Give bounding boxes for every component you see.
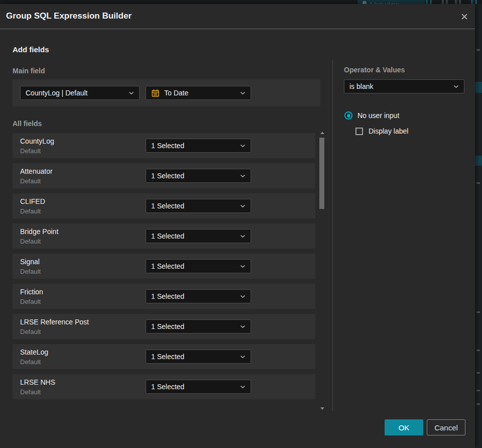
selected-value: 1 Selected [151, 172, 236, 180]
chevron-down-icon [240, 235, 246, 238]
panel-divider [332, 60, 333, 411]
close-button[interactable]: ✕ [457, 9, 472, 24]
field-row-lrse-reference-post: LRSE Reference Post Default 1 Selected [13, 314, 315, 339]
dialog-title-bar: Group SQL Expression Builder ✕ [0, 4, 475, 29]
field-selected-dropdown[interactable]: 1 Selected [146, 380, 251, 394]
backdrop-toolbar-icon [430, 0, 432, 4]
chevron-down-icon [240, 265, 246, 268]
selected-value: 1 Selected [151, 292, 236, 300]
operator-values-label: Operator & Values [344, 66, 405, 74]
all-fields-scrollbar[interactable] [319, 131, 325, 411]
live-view-button[interactable]: Live view [357, 0, 425, 4]
field-subtitle: Default [20, 388, 41, 396]
chevron-down-icon [240, 325, 246, 328]
chevron-down-icon [240, 385, 246, 389]
backdrop-toolbar-icon [471, 0, 473, 4]
backdrop-right-strip [475, 4, 482, 448]
chevron-down-icon [240, 144, 246, 148]
field-selected-dropdown[interactable]: 1 Selected [146, 350, 251, 364]
main-date-select-value: To Date [164, 89, 236, 97]
field-selected-dropdown[interactable]: 1 Selected [146, 139, 251, 153]
cancel-button[interactable]: Cancel [427, 419, 465, 435]
field-row-signal: Signal Default 1 Selected [13, 254, 315, 279]
chevron-down-icon [129, 91, 134, 95]
main-field-label: Main field [13, 67, 45, 75]
chevron-down-icon [240, 174, 246, 178]
field-name: CountyLog [20, 137, 54, 145]
backdrop-top-strip: Live view [0, 0, 482, 4]
screen: Live view Group SQL Expression Builder ✕ [0, 0, 482, 448]
field-selected-dropdown[interactable]: 1 Selected [146, 229, 251, 243]
selected-value: 1 Selected [151, 202, 236, 210]
field-subtitle: Default [20, 268, 41, 275]
backdrop-fragment [476, 372, 480, 374]
backdrop-toolbar-icon [426, 0, 428, 4]
field-name: Friction [20, 288, 43, 296]
selected-value: 1 Selected [151, 383, 236, 391]
chevron-down-icon [240, 91, 246, 95]
field-subtitle: Default [20, 298, 41, 305]
chevron-down-icon [240, 295, 246, 298]
operator-select[interactable]: is blank [344, 79, 464, 93]
backdrop-toolbar-icon [455, 0, 457, 4]
field-subtitle: Default [20, 207, 41, 215]
main-field-select[interactable]: CountyLog | Default [20, 86, 140, 100]
field-row-attenuator: Attenuator Default 1 Selected [13, 163, 315, 188]
field-subtitle: Default [20, 238, 41, 245]
field-name: Bridge Point [20, 228, 58, 236]
operator-select-value: is blank [349, 82, 449, 90]
backdrop-toolbar-icon [475, 0, 477, 4]
field-row-statelog: StateLog Default 1 Selected [13, 344, 315, 369]
backdrop-toolbar-icon [446, 0, 448, 4]
main-field-row: CountyLog | Default To Date [13, 79, 320, 106]
backdrop-fragment [475, 82, 482, 93]
title-divider [0, 29, 475, 29]
backdrop-fragment [475, 156, 482, 166]
backdrop-toolbar-icon [442, 0, 444, 4]
backdrop-fragment [476, 311, 480, 313]
field-name: Signal [20, 258, 40, 266]
ok-button[interactable]: OK [385, 419, 423, 435]
field-selected-dropdown[interactable]: 1 Selected [146, 199, 251, 213]
field-row-bridge-point: Bridge Point Default 1 Selected [13, 223, 315, 249]
field-row-countylog: CountyLog Default 1 Selected [13, 133, 315, 158]
all-fields-label: All fields [13, 120, 42, 128]
field-selected-dropdown[interactable]: 1 Selected [146, 169, 251, 183]
add-fields-heading: Add fields [13, 45, 49, 54]
field-name: CLIFED [20, 197, 45, 205]
selected-value: 1 Selected [151, 322, 236, 330]
selected-value: 1 Selected [151, 262, 236, 270]
field-subtitle: Default [20, 177, 41, 185]
main-date-select[interactable]: To Date [146, 86, 251, 100]
backdrop-fragment [476, 49, 480, 51]
close-icon: ✕ [460, 11, 468, 23]
scroll-up-icon[interactable] [320, 132, 324, 134]
field-name: Attenuator [20, 167, 53, 175]
chevron-down-icon [240, 355, 246, 359]
selected-value: 1 Selected [151, 142, 236, 150]
field-subtitle: Default [20, 328, 41, 335]
field-subtitle: Default [20, 147, 41, 155]
field-selected-dropdown[interactable]: 1 Selected [146, 319, 251, 333]
no-user-input-radio[interactable]: No user input [344, 111, 399, 120]
chevron-down-icon [240, 204, 246, 208]
field-row-lrse-nhs: LRSE NHS Default 1 Selected [13, 374, 315, 399]
chevron-down-icon [453, 85, 459, 88]
display-label-checkbox[interactable]: Display label [355, 127, 408, 135]
field-name: LRSE Reference Post [20, 318, 89, 326]
dialog-title: Group SQL Expression Builder [6, 11, 132, 21]
scrollbar-thumb[interactable] [319, 138, 324, 209]
calendar-icon [151, 89, 160, 97]
no-user-input-label: No user input [357, 111, 399, 120]
display-label-text: Display label [369, 127, 408, 135]
backdrop-fragment [476, 403, 480, 405]
checkbox-unchecked-icon [355, 128, 363, 135]
backdrop-fragment [476, 350, 480, 351]
field-row-clifed: CLIFED Default 1 Selected [13, 193, 315, 218]
scroll-down-icon[interactable] [320, 407, 324, 410]
field-selected-dropdown[interactable]: 1 Selected [146, 259, 251, 273]
field-selected-dropdown[interactable]: 1 Selected [146, 289, 251, 303]
main-field-select-value: CountyLog | Default [26, 89, 125, 97]
backdrop-toolbar-icon [459, 0, 461, 4]
selected-value: 1 Selected [151, 353, 236, 361]
